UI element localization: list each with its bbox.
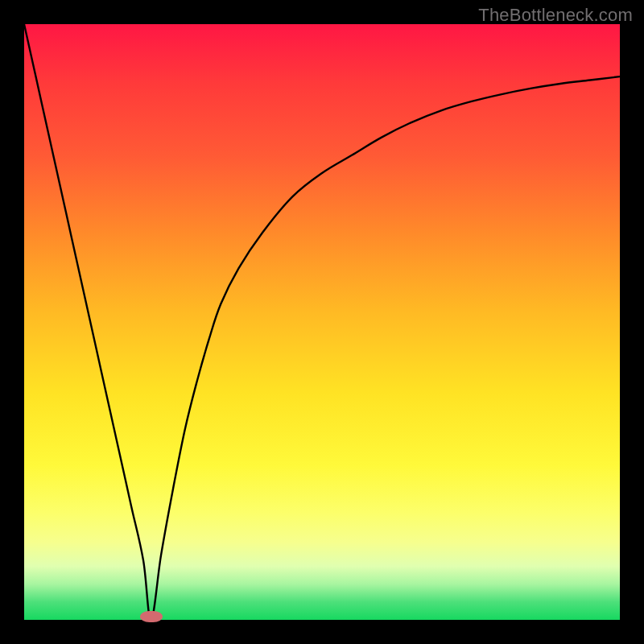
chart-frame: TheBottleneck.com — [0, 0, 644, 644]
bottleneck-curve — [24, 24, 620, 620]
optimal-point-marker — [140, 611, 163, 622]
chart-plot-area — [24, 24, 620, 620]
watermark-text: TheBottleneck.com — [478, 5, 633, 26]
